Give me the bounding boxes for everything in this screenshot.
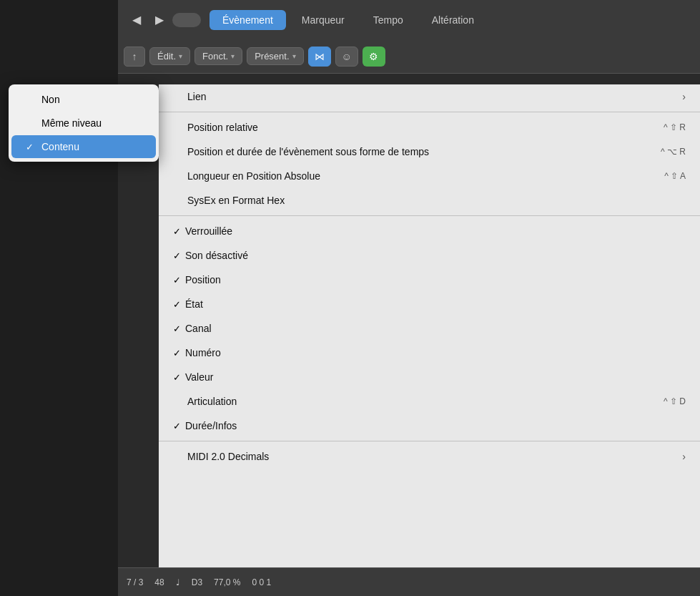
menu-item-etat[interactable]: ✓ État	[159, 292, 700, 316]
menu-label-position: Position	[185, 274, 221, 285]
check-contenu-icon: ✓	[26, 142, 36, 152]
nav-separator	[172, 13, 201, 27]
menu-item-numero[interactable]: ✓ Numéro	[159, 341, 700, 365]
menu-label-numero: Numéro	[185, 347, 221, 358]
menu-label-valeur: Valeur	[185, 371, 213, 383]
dropdown-popup: Non Même niveau ✓ Contenu	[9, 84, 159, 162]
top-header: ◀ ▶ Évènement Marqueur Tempo Altération	[118, 0, 700, 39]
check-son-icon: ✓	[173, 250, 181, 261]
check-numero-icon: ✓	[173, 348, 181, 358]
popup-item-non[interactable]: Non	[11, 88, 156, 111]
menu-item-numero-left: ✓ Numéro	[173, 347, 221, 358]
status-coords: 0 0 1	[252, 577, 271, 587]
menu-label-duree-infos: Durée/Infos	[185, 420, 237, 431]
menu-item-sysex-left: SysEx en Format Hex	[173, 195, 285, 206]
toolbar: ↑ Édit. ▾ Fonct. ▾ Présent. ▾ ⋈ ☺ ⚙	[118, 39, 700, 74]
menu-item-midi20[interactable]: MIDI 2.0 Decimals ›	[159, 444, 700, 469]
shortcut-articulation: ^ ⇧ D	[664, 396, 686, 406]
present-label: Présent.	[255, 51, 289, 62]
menu-label-verrouillee: Verrouillée	[185, 225, 232, 237]
menu-item-canal-left: ✓ Canal	[173, 323, 212, 334]
menu-item-artic-left: Articulation	[173, 396, 237, 407]
menu-item-lien[interactable]: Lien ›	[159, 84, 700, 109]
menu-item-duree-left: ✓ Durée/Infos	[173, 420, 237, 431]
menu-item-position-relative[interactable]: Position relative ^ ⇧ R	[159, 115, 700, 140]
menu-item-valeur-left: ✓ Valeur	[173, 371, 213, 383]
menu-label-son-desactive: Son désactivé	[185, 250, 248, 261]
menu-label-articulation: Articulation	[187, 396, 237, 407]
main-menu: Lien › Position relative ^ ⇧ R Position …	[159, 84, 700, 567]
menu-item-duree-infos[interactable]: ✓ Durée/Infos	[159, 414, 700, 438]
menu-item-pos-dur-left: Position et durée de l'évènement sous fo…	[173, 146, 429, 157]
status-note: D3	[192, 577, 202, 587]
present-dropdown[interactable]: Présent. ▾	[247, 47, 303, 65]
status-note-icon: ♩	[176, 577, 180, 587]
status-bar: 7 / 3 48 ♩ D3 77,0 % 0 0 1	[118, 567, 700, 596]
lien-arrow-icon: ›	[682, 91, 686, 102]
menu-item-lien-left: Lien	[173, 91, 206, 102]
menu-label-position-duree: Position et durée de l'évènement sous fo…	[187, 146, 429, 157]
menu-item-son-desactive[interactable]: ✓ Son désactivé	[159, 243, 700, 268]
menu-label-canal: Canal	[185, 323, 212, 334]
status-beats: 48	[154, 577, 164, 587]
green-icon: ⚙	[369, 51, 378, 62]
menu-label-midi20: MIDI 2.0 Decimals	[187, 451, 269, 462]
edit-chevron-icon: ▾	[179, 52, 182, 60]
status-position: 7 / 3	[127, 577, 143, 587]
check-duree-icon: ✓	[173, 421, 181, 431]
menu-label-longueur: Longueur en Position Absolue	[187, 170, 320, 182]
menu-item-son-left: ✓ Son désactivé	[173, 250, 248, 261]
menu-label-sysex: SysEx en Format Hex	[187, 195, 285, 206]
shortcut-pos-dur: ^ ⌥ R	[661, 147, 686, 157]
green-icon-button[interactable]: ⚙	[363, 47, 385, 67]
up-button[interactable]: ↑	[124, 47, 145, 67]
divider-1	[159, 112, 700, 112]
menu-item-position[interactable]: ✓ Position	[159, 268, 700, 292]
menu-label-position-relative: Position relative	[187, 122, 258, 133]
popup-label-contenu: Contenu	[41, 141, 79, 152]
menu-label-lien: Lien	[187, 91, 206, 102]
check-valeur-icon: ✓	[173, 372, 181, 383]
edit-label: Édit.	[157, 51, 176, 62]
midi20-arrow-icon: ›	[682, 451, 686, 462]
shortcut-pos-rel: ^ ⇧ R	[664, 122, 686, 132]
fonct-label: Fonct.	[202, 51, 228, 62]
fonct-dropdown[interactable]: Fonct. ▾	[194, 47, 242, 65]
menu-item-sysex[interactable]: SysEx en Format Hex	[159, 188, 700, 212]
popup-item-meme-niveau[interactable]: Même niveau	[11, 112, 156, 135]
menu-item-position-left: ✓ Position	[173, 274, 221, 285]
menu-item-verrouillee[interactable]: ✓ Verrouillée	[159, 219, 700, 243]
menu-item-etat-left: ✓ État	[173, 298, 203, 310]
popup-label-non: Non	[41, 94, 60, 105]
midi-icon: ⋈	[315, 51, 325, 62]
menu-item-articulation[interactable]: Articulation ^ ⇧ D	[159, 389, 700, 414]
check-verrouillee-icon: ✓	[173, 226, 181, 237]
check-etat-icon: ✓	[173, 299, 181, 310]
popup-label-meme: Même niveau	[41, 117, 102, 129]
tab-alteration[interactable]: Altération	[419, 10, 487, 30]
divider-2	[159, 215, 700, 216]
menu-item-canal[interactable]: ✓ Canal	[159, 316, 700, 341]
menu-item-longueur-left: Longueur en Position Absolue	[173, 170, 320, 182]
divider-3	[159, 441, 700, 441]
popup-item-contenu[interactable]: ✓ Contenu	[11, 135, 156, 158]
face-icon-button[interactable]: ☺	[335, 47, 358, 67]
menu-label-etat: État	[185, 298, 203, 310]
back-button[interactable]: ◀	[127, 10, 147, 30]
shortcut-longueur: ^ ⇧ A	[664, 171, 686, 181]
status-percent: 77,0 %	[214, 577, 240, 587]
menu-item-valeur[interactable]: ✓ Valeur	[159, 365, 700, 389]
tab-evenement[interactable]: Évènement	[209, 10, 286, 30]
tab-tempo[interactable]: Tempo	[360, 10, 416, 30]
menu-item-longueur[interactable]: Longueur en Position Absolue ^ ⇧ A	[159, 164, 700, 188]
forward-button[interactable]: ▶	[149, 10, 169, 30]
check-canal-icon: ✓	[173, 323, 181, 334]
menu-item-position-duree[interactable]: Position et durée de l'évènement sous fo…	[159, 140, 700, 164]
edit-dropdown[interactable]: Édit. ▾	[149, 47, 190, 65]
present-chevron-icon: ▾	[292, 52, 296, 60]
midi-icon-button[interactable]: ⋈	[308, 47, 331, 67]
fonct-chevron-icon: ▾	[231, 52, 235, 60]
tab-marqueur[interactable]: Marqueur	[289, 10, 358, 30]
face-icon: ☺	[341, 51, 351, 62]
check-position-icon: ✓	[173, 275, 181, 285]
